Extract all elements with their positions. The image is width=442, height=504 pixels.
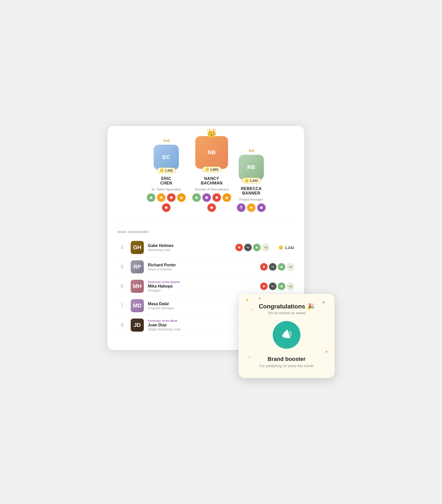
coins-second: 🪙 1,442 <box>157 168 176 173</box>
badge <box>244 244 252 251</box>
svg-point-3 <box>165 206 168 209</box>
avatar-masa: MD <box>131 299 144 312</box>
name-mika: Mika Hakopa <box>148 284 256 289</box>
avatar-nancy: NB <box>195 136 228 169</box>
svg-point-7 <box>210 206 213 209</box>
badge <box>223 193 231 202</box>
name-nancy: NANCYBACHMAN <box>201 176 223 185</box>
info-mika: Performer of the Quarter Mika Hakopa Des… <box>148 280 256 292</box>
award-circle <box>273 321 300 349</box>
badge <box>247 203 256 212</box>
podium-second: 2nd EC 🪙 1,442 ERICCHEN Sr. Talent Speci… <box>146 139 186 212</box>
award-desc: For publishing 24 times this month <box>247 364 326 368</box>
name-richard: Richard Porter <box>148 263 256 267</box>
info-gabe: Gabe Holmes Marketing Lead <box>148 243 231 252</box>
confetti <box>259 297 260 299</box>
avatar-first-wrapper: 👑 NB 🪙 1,860 <box>195 136 228 169</box>
achiever-row-5: 5 RP Richard Porter Head of Finance +2 <box>118 257 294 277</box>
section-title: HIGH ACHIEVERS <box>118 230 294 234</box>
info-richard: Richard Porter Head of Finance <box>148 263 256 271</box>
svg-marker-6 <box>225 196 229 200</box>
avatar-rebecca: RB <box>239 155 264 180</box>
badge <box>237 203 245 212</box>
podium-third: 3rd RB 🪙 1,342 REBECCABANNER Project Man… <box>237 149 266 212</box>
award-icon-wrapper <box>247 321 326 349</box>
name-rebecca: REBECCABANNER <box>241 186 262 196</box>
badge <box>162 203 171 212</box>
badge <box>269 263 277 271</box>
name-gabe: Gabe Holmes <box>148 243 231 248</box>
badges-nancy <box>191 193 232 212</box>
megaphone-icon <box>280 328 293 341</box>
name-eric: ERICCHEN <box>160 176 172 185</box>
congrats-card: Congratulations 🎉 You've earned an award <box>239 294 335 378</box>
title-eric: Sr. Talent Specialtist <box>152 187 181 191</box>
coins-gabe: 🪙 1,242 <box>273 245 294 250</box>
badge <box>192 193 201 202</box>
badge <box>207 203 216 212</box>
badge <box>260 263 268 271</box>
badges-mika: +2 <box>260 282 294 290</box>
badge <box>257 203 266 212</box>
svg-point-11 <box>263 266 265 268</box>
svg-point-9 <box>260 206 263 209</box>
award-name: Brand booster <box>247 356 326 362</box>
avatar-gabe: GH <box>131 241 144 254</box>
podium-first: 👑 NB 🪙 1,860 NANCYBACHMAN Director of Re… <box>191 136 232 212</box>
crown-icon: 👑 <box>207 128 217 138</box>
badge <box>212 193 221 202</box>
svg-marker-2 <box>180 196 183 200</box>
rank-second-label: 2nd <box>163 139 170 143</box>
svg-point-1 <box>170 196 173 199</box>
badge <box>157 193 165 202</box>
avatar-second-wrapper: EC 🪙 1,442 <box>154 145 179 170</box>
achiever-row-4: 4 GH Gabe Holmes Marketing Lead +3 🪙 <box>118 238 294 257</box>
badge-plus: +3 <box>262 244 269 251</box>
badge <box>177 193 186 202</box>
badge <box>167 193 176 202</box>
svg-rect-8 <box>250 207 252 209</box>
confetti <box>246 299 248 301</box>
avatar-eric: EC <box>154 145 179 170</box>
rank-5: 5 <box>118 264 127 270</box>
badges-gabe: +3 <box>235 244 269 251</box>
coins-third: 🪙 1,342 <box>242 178 261 183</box>
badges-eric <box>146 193 186 212</box>
rank-6: 6 <box>118 283 127 290</box>
badge <box>278 263 285 271</box>
congrats-header: Congratulations 🎉 You've earned an award <box>247 303 326 315</box>
achiever-row-6: 6 MH Performer of the Quarter Mika Hakop… <box>118 277 294 296</box>
congrats-title: Congratulations 🎉 <box>247 303 326 310</box>
avatar-juan: JD <box>131 319 144 332</box>
badges-richard: +2 <box>260 263 294 271</box>
role-richard: Head of Finance <box>148 267 256 271</box>
rank-7: 7 <box>118 302 127 309</box>
svg-rect-4 <box>205 196 208 199</box>
role-mika: Designer <box>148 289 256 292</box>
badges-rebecca <box>237 203 266 212</box>
rank-8: 8 <box>118 322 127 328</box>
badge <box>235 244 243 251</box>
badge <box>278 282 285 290</box>
coin-icon-third: 🪙 <box>245 179 249 182</box>
rank-4: 4 <box>118 244 127 251</box>
badge <box>202 193 211 202</box>
scene: 2nd EC 🪙 1,442 ERICCHEN Sr. Talent Speci… <box>107 126 335 378</box>
badge <box>147 193 155 202</box>
coins-first: 🪙 1,860 <box>202 167 221 172</box>
svg-rect-0 <box>160 197 162 199</box>
congrats-subtitle: You've earned an award <box>247 311 326 315</box>
confetti <box>249 356 251 358</box>
svg-point-12 <box>263 285 265 287</box>
avatar-third-wrapper: RB 🪙 1,342 <box>239 155 264 180</box>
label-mika: Performer of the Quarter <box>148 280 256 284</box>
confetti <box>325 351 327 353</box>
badge <box>260 282 268 290</box>
avatar-mika: MH <box>131 280 144 293</box>
badge-plus: +2 <box>287 282 294 290</box>
coin-icon-first: 🪙 <box>205 168 209 171</box>
svg-point-10 <box>238 246 240 248</box>
title-nancy: Director of Recruitment <box>195 187 229 191</box>
badge-plus: +2 <box>287 263 294 271</box>
badge <box>253 244 261 251</box>
